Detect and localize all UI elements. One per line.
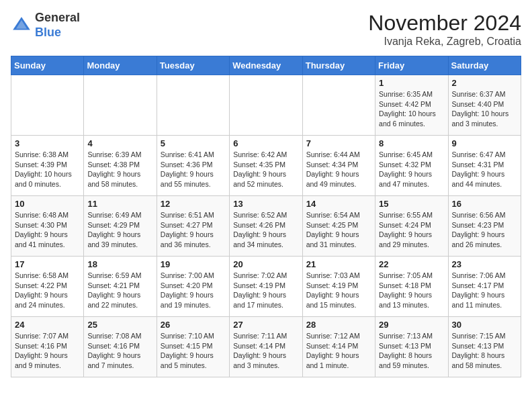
day-number: 21	[306, 259, 371, 269]
day-info: Sunrise: 7:13 AMSunset: 4:13 PMDaylight:…	[379, 331, 444, 371]
day-number: 6	[233, 138, 298, 148]
day-number: 20	[233, 259, 298, 269]
day-cell: 28Sunrise: 7:12 AMSunset: 4:14 PMDayligh…	[302, 317, 375, 377]
logo-blue-text: Blue	[35, 26, 80, 40]
day-cell: 27Sunrise: 7:11 AMSunset: 4:14 PMDayligh…	[230, 317, 302, 377]
day-cell: 11Sunrise: 6:49 AMSunset: 4:29 PMDayligh…	[84, 196, 157, 257]
day-info: Sunrise: 6:47 AMSunset: 4:31 PMDaylight:…	[452, 150, 517, 189]
day-cell: 25Sunrise: 7:08 AMSunset: 4:16 PMDayligh…	[84, 317, 157, 377]
week-row-3: 10Sunrise: 6:48 AMSunset: 4:30 PMDayligh…	[11, 196, 521, 257]
day-number: 2	[452, 78, 517, 88]
day-info: Sunrise: 6:58 AMSunset: 4:22 PMDaylight:…	[15, 271, 80, 310]
day-info: Sunrise: 6:52 AMSunset: 4:26 PMDaylight:…	[233, 210, 298, 250]
day-info: Sunrise: 6:35 AMSunset: 4:42 PMDaylight:…	[379, 89, 444, 129]
month-title: November 2024	[368, 11, 521, 36]
day-number: 25	[87, 320, 152, 330]
day-info: Sunrise: 6:59 AMSunset: 4:21 PMDaylight:…	[87, 271, 152, 310]
week-row-4: 17Sunrise: 6:58 AMSunset: 4:22 PMDayligh…	[11, 257, 521, 317]
calendar-table: SundayMondayTuesdayWednesdayThursdayFrid…	[11, 56, 521, 377]
logo-general-text: General	[35, 11, 80, 26]
day-info: Sunrise: 7:00 AMSunset: 4:20 PMDaylight:…	[161, 271, 226, 310]
day-info: Sunrise: 6:55 AMSunset: 4:24 PMDaylight:…	[379, 210, 444, 250]
day-info: Sunrise: 6:39 AMSunset: 4:38 PMDaylight:…	[87, 150, 152, 189]
day-cell: 23Sunrise: 7:06 AMSunset: 4:17 PMDayligh…	[448, 257, 521, 317]
day-number: 26	[161, 320, 226, 330]
day-info: Sunrise: 7:12 AMSunset: 4:14 PMDaylight:…	[306, 331, 371, 371]
header-day-wednesday: Wednesday	[230, 56, 302, 75]
day-info: Sunrise: 6:51 AMSunset: 4:27 PMDaylight:…	[161, 210, 226, 250]
day-info: Sunrise: 6:37 AMSunset: 4:40 PMDaylight:…	[452, 89, 517, 129]
day-cell: 19Sunrise: 7:00 AMSunset: 4:20 PMDayligh…	[157, 257, 229, 317]
day-info: Sunrise: 6:49 AMSunset: 4:29 PMDaylight:…	[87, 210, 152, 250]
day-number: 10	[15, 199, 80, 209]
header-day-friday: Friday	[375, 56, 448, 75]
day-cell: 9Sunrise: 6:47 AMSunset: 4:31 PMDaylight…	[448, 136, 521, 196]
day-info: Sunrise: 7:11 AMSunset: 4:14 PMDaylight:…	[233, 331, 298, 371]
day-number: 23	[452, 259, 517, 269]
logo-icon	[11, 15, 32, 36]
day-cell: 3Sunrise: 6:38 AMSunset: 4:39 PMDaylight…	[11, 136, 84, 196]
logo-text: General Blue	[35, 11, 80, 40]
day-info: Sunrise: 6:44 AMSunset: 4:34 PMDaylight:…	[306, 150, 371, 189]
day-cell: 6Sunrise: 6:42 AMSunset: 4:35 PMDaylight…	[230, 136, 302, 196]
day-info: Sunrise: 6:54 AMSunset: 4:25 PMDaylight:…	[306, 210, 371, 250]
day-number: 8	[379, 138, 444, 148]
day-cell: 10Sunrise: 6:48 AMSunset: 4:30 PMDayligh…	[11, 196, 84, 257]
day-number: 28	[306, 320, 371, 330]
day-info: Sunrise: 7:08 AMSunset: 4:16 PMDaylight:…	[87, 331, 152, 371]
day-number: 5	[161, 138, 226, 148]
day-cell: 17Sunrise: 6:58 AMSunset: 4:22 PMDayligh…	[11, 257, 84, 317]
day-cell: 30Sunrise: 7:15 AMSunset: 4:13 PMDayligh…	[448, 317, 521, 377]
day-cell: 20Sunrise: 7:02 AMSunset: 4:19 PMDayligh…	[230, 257, 302, 317]
header: General Blue November 2024 Ivanja Reka, …	[11, 11, 521, 48]
day-cell: 14Sunrise: 6:54 AMSunset: 4:25 PMDayligh…	[302, 196, 375, 257]
day-cell: 4Sunrise: 6:39 AMSunset: 4:38 PMDaylight…	[84, 136, 157, 196]
day-number: 19	[161, 259, 226, 269]
day-cell	[84, 75, 157, 136]
day-number: 27	[233, 320, 298, 330]
day-number: 7	[306, 138, 371, 148]
day-number: 17	[15, 259, 80, 269]
day-cell: 12Sunrise: 6:51 AMSunset: 4:27 PMDayligh…	[157, 196, 229, 257]
day-number: 11	[87, 199, 152, 209]
day-info: Sunrise: 6:42 AMSunset: 4:35 PMDaylight:…	[233, 150, 298, 189]
day-info: Sunrise: 7:03 AMSunset: 4:19 PMDaylight:…	[306, 271, 371, 310]
day-cell: 26Sunrise: 7:10 AMSunset: 4:15 PMDayligh…	[157, 317, 229, 377]
header-day-saturday: Saturday	[448, 56, 521, 75]
day-number: 3	[15, 138, 80, 148]
day-number: 4	[87, 138, 152, 148]
header-row: SundayMondayTuesdayWednesdayThursdayFrid…	[11, 56, 521, 75]
day-info: Sunrise: 7:07 AMSunset: 4:16 PMDaylight:…	[15, 331, 80, 371]
day-number: 13	[233, 199, 298, 209]
location-title: Ivanja Reka, Zagreb, Croatia	[368, 36, 521, 48]
calendar-body: 1Sunrise: 6:35 AMSunset: 4:42 PMDaylight…	[11, 75, 521, 377]
day-cell: 16Sunrise: 6:56 AMSunset: 4:23 PMDayligh…	[448, 196, 521, 257]
day-number: 15	[379, 199, 444, 209]
week-row-1: 1Sunrise: 6:35 AMSunset: 4:42 PMDaylight…	[11, 75, 521, 136]
header-day-sunday: Sunday	[11, 56, 84, 75]
week-row-5: 24Sunrise: 7:07 AMSunset: 4:16 PMDayligh…	[11, 317, 521, 377]
day-cell: 22Sunrise: 7:05 AMSunset: 4:18 PMDayligh…	[375, 257, 448, 317]
day-cell	[230, 75, 302, 136]
day-info: Sunrise: 7:10 AMSunset: 4:15 PMDaylight:…	[161, 331, 226, 371]
day-info: Sunrise: 6:56 AMSunset: 4:23 PMDaylight:…	[452, 210, 517, 250]
day-number: 18	[87, 259, 152, 269]
logo: General Blue	[11, 11, 80, 40]
day-cell: 1Sunrise: 6:35 AMSunset: 4:42 PMDaylight…	[375, 75, 448, 136]
day-info: Sunrise: 6:48 AMSunset: 4:30 PMDaylight:…	[15, 210, 80, 250]
day-number: 24	[15, 320, 80, 330]
day-cell: 2Sunrise: 6:37 AMSunset: 4:40 PMDaylight…	[448, 75, 521, 136]
day-number: 14	[306, 199, 371, 209]
title-area: November 2024 Ivanja Reka, Zagreb, Croat…	[368, 11, 521, 48]
day-number: 1	[379, 78, 444, 88]
day-info: Sunrise: 7:15 AMSunset: 4:13 PMDaylight:…	[452, 331, 517, 371]
day-info: Sunrise: 6:41 AMSunset: 4:36 PMDaylight:…	[161, 150, 226, 189]
day-number: 9	[452, 138, 517, 148]
day-cell: 13Sunrise: 6:52 AMSunset: 4:26 PMDayligh…	[230, 196, 302, 257]
day-cell: 18Sunrise: 6:59 AMSunset: 4:21 PMDayligh…	[84, 257, 157, 317]
day-number: 30	[452, 320, 517, 330]
day-cell	[302, 75, 375, 136]
day-info: Sunrise: 7:05 AMSunset: 4:18 PMDaylight:…	[379, 271, 444, 310]
header-day-monday: Monday	[84, 56, 157, 75]
day-cell: 7Sunrise: 6:44 AMSunset: 4:34 PMDaylight…	[302, 136, 375, 196]
